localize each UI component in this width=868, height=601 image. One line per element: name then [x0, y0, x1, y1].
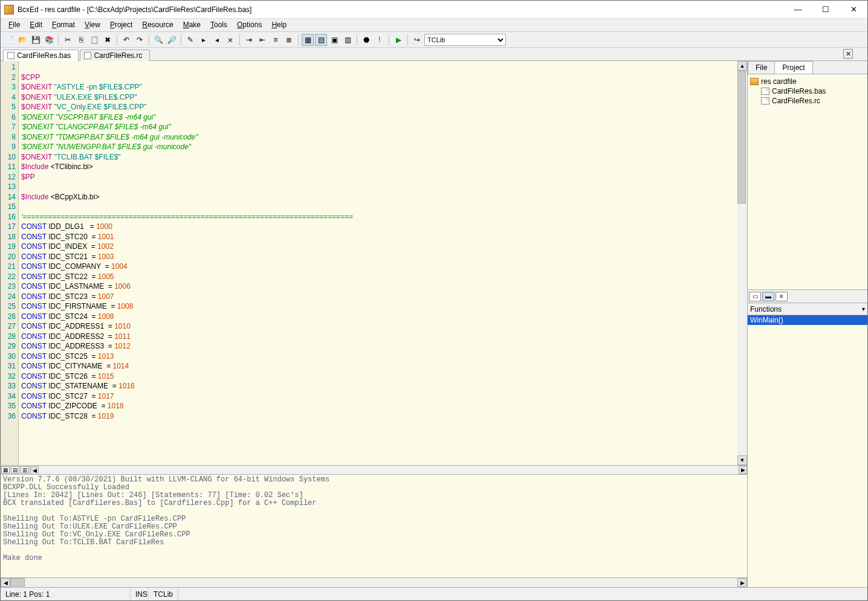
- compiler-select[interactable]: TCLib: [424, 34, 506, 46]
- scroll-left-icon[interactable]: ◀: [30, 466, 39, 475]
- editor-tabs: CardFileRes.basCardFileRes.rc✕: [1, 48, 867, 61]
- status-bar: Line: 1 Pos: 1 INS TCLib: [1, 587, 867, 600]
- menu-make[interactable]: Make: [178, 19, 206, 31]
- save-icon[interactable]: 💾: [30, 34, 42, 46]
- undo-icon[interactable]: ↶: [120, 34, 132, 46]
- cut-icon[interactable]: ✂: [62, 34, 74, 46]
- view-mode-icon[interactable]: ≡: [776, 292, 788, 301]
- redo-icon[interactable]: ↷: [134, 34, 146, 46]
- uncomment-icon[interactable]: ≣: [283, 34, 295, 46]
- view-output-icon[interactable]: ▦: [302, 34, 314, 46]
- bookmark-prev-icon[interactable]: ◂: [211, 34, 223, 46]
- toolbar-separator: [239, 34, 240, 45]
- run-icon[interactable]: ▶: [392, 34, 404, 46]
- menu-resource[interactable]: Resource: [137, 19, 178, 31]
- code-editor[interactable]: 1234567891011121314151617181920212223242…: [1, 61, 747, 465]
- step-icon[interactable]: ↪: [411, 34, 423, 46]
- paste-icon[interactable]: 📋: [88, 34, 100, 46]
- function-item[interactable]: WinMain(): [748, 315, 867, 325]
- view-form-icon[interactable]: ▣: [328, 34, 340, 46]
- menu-view[interactable]: View: [80, 19, 105, 31]
- scroll-right-icon[interactable]: ▶: [737, 578, 747, 587]
- file-icon: [761, 97, 769, 104]
- menu-project[interactable]: Project: [105, 19, 137, 31]
- menu-edit[interactable]: Edit: [25, 19, 47, 31]
- tree-file[interactable]: CardFileRes.bas: [750, 86, 865, 96]
- delete-icon[interactable]: ✖: [102, 34, 114, 46]
- tab-cardfileres-rc[interactable]: CardFileRes.rc: [80, 50, 150, 61]
- split-view-icon[interactable]: ▤: [11, 466, 19, 474]
- toolbar-separator: [407, 34, 408, 45]
- view-mode-icon[interactable]: ▬: [762, 292, 774, 301]
- split-view-icon[interactable]: ▥: [21, 466, 29, 474]
- tab-label: CardFileRes.bas: [17, 51, 71, 60]
- bookmark-next-icon[interactable]: ▸: [198, 34, 210, 46]
- open-file-icon[interactable]: 📂: [16, 34, 28, 46]
- view-mode-icon[interactable]: ▭: [749, 292, 761, 301]
- close-button[interactable]: ✕: [840, 1, 867, 19]
- view-toolbox-icon[interactable]: ▥: [342, 34, 354, 46]
- editor-vertical-scrollbar[interactable]: ▲ ▼: [737, 61, 747, 465]
- window-title: BcxEd - res cardfile - [C:\BcxAdp\Projec…: [18, 5, 784, 14]
- editor-horizontal-scrollbar[interactable]: ◀ ▶: [30, 466, 747, 474]
- split-view-icon[interactable]: ▦: [1, 466, 10, 474]
- chevron-down-icon[interactable]: ▾: [862, 306, 865, 312]
- output-horizontal-scrollbar[interactable]: ◀ ▶: [1, 577, 747, 587]
- menu-format[interactable]: Format: [47, 19, 80, 31]
- breakpoint-icon[interactable]: ⬣: [360, 34, 372, 46]
- scroll-left-icon[interactable]: ◀: [1, 578, 10, 587]
- minimize-button[interactable]: —: [784, 1, 812, 19]
- replace-icon[interactable]: 🔎: [166, 34, 178, 46]
- tree-file[interactable]: CardFileRes.rc: [750, 96, 865, 106]
- comment-icon[interactable]: ≡: [270, 34, 282, 46]
- view-project-icon[interactable]: ▤: [315, 34, 327, 46]
- outdent-icon[interactable]: ⇤: [256, 34, 268, 46]
- status-compiler: TCLib: [149, 588, 178, 600]
- scroll-right-icon[interactable]: ▶: [739, 466, 747, 474]
- file-icon: [761, 88, 769, 95]
- menu-bar: FileEditFormatViewProjectResourceMakeToo…: [1, 19, 867, 32]
- file-icon: [84, 52, 91, 59]
- scroll-down-icon[interactable]: ▼: [737, 455, 747, 465]
- menu-file[interactable]: File: [4, 19, 25, 31]
- maximize-button[interactable]: ☐: [812, 1, 840, 19]
- toolbar-separator: [58, 34, 59, 45]
- functions-header[interactable]: Functions ▾: [748, 303, 867, 315]
- menu-options[interactable]: Options: [232, 19, 267, 31]
- side-tab-project[interactable]: Project: [774, 61, 812, 74]
- scroll-thumb[interactable]: [10, 578, 25, 587]
- indent-icon[interactable]: ⇥: [243, 34, 255, 46]
- view-mode-buttons: ▭ ▬ ≡: [748, 290, 867, 303]
- toolbar-separator: [357, 34, 357, 45]
- functions-list[interactable]: WinMain(): [748, 315, 867, 587]
- close-tab-button[interactable]: ✕: [843, 49, 853, 59]
- side-panel: FileProject res cardfileCardFileRes.basC…: [748, 61, 867, 587]
- toolbar-separator: [298, 34, 299, 45]
- toolbar-separator: [389, 34, 389, 45]
- menu-tools[interactable]: Tools: [206, 19, 232, 31]
- copy-icon[interactable]: ⎘: [75, 34, 87, 46]
- stop-icon[interactable]: !: [374, 34, 386, 46]
- bookmark-icon[interactable]: ✎: [184, 34, 196, 46]
- bookmark-clear-icon[interactable]: ⨯: [224, 34, 236, 46]
- project-tree[interactable]: res cardfileCardFileRes.basCardFileRes.r…: [748, 74, 867, 290]
- tree-label: CardFileRes.bas: [772, 87, 826, 95]
- scroll-up-icon[interactable]: ▲: [737, 61, 747, 71]
- tab-cardfileres-bas[interactable]: CardFileRes.bas: [3, 50, 79, 61]
- file-icon: [7, 52, 15, 59]
- scroll-thumb[interactable]: [737, 71, 746, 204]
- tab-label: CardFileRes.rc: [94, 51, 142, 60]
- find-icon[interactable]: 🔍: [152, 34, 164, 46]
- side-tabs: FileProject: [748, 61, 867, 74]
- save-all-icon[interactable]: 📚: [43, 34, 55, 46]
- menu-help[interactable]: Help: [267, 19, 291, 31]
- code-content[interactable]: $CPP$ONEXIT "ASTYLE -pn $FILE$.CPP"$ONEX…: [19, 61, 737, 465]
- folder-icon: [750, 78, 759, 85]
- side-tab-file[interactable]: File: [748, 61, 775, 74]
- new-file-icon[interactable]: 📄: [3, 34, 15, 46]
- editor-split-bar[interactable]: ▦ ▤ ▥ ◀ ▶: [1, 465, 747, 475]
- output-panel[interactable]: Version 7.7.6 (08/30/2021) Built with LL…: [1, 475, 747, 577]
- status-insert-mode: INS: [131, 588, 149, 600]
- toolbar-separator: [117, 34, 117, 45]
- tree-root[interactable]: res cardfile: [750, 77, 865, 86]
